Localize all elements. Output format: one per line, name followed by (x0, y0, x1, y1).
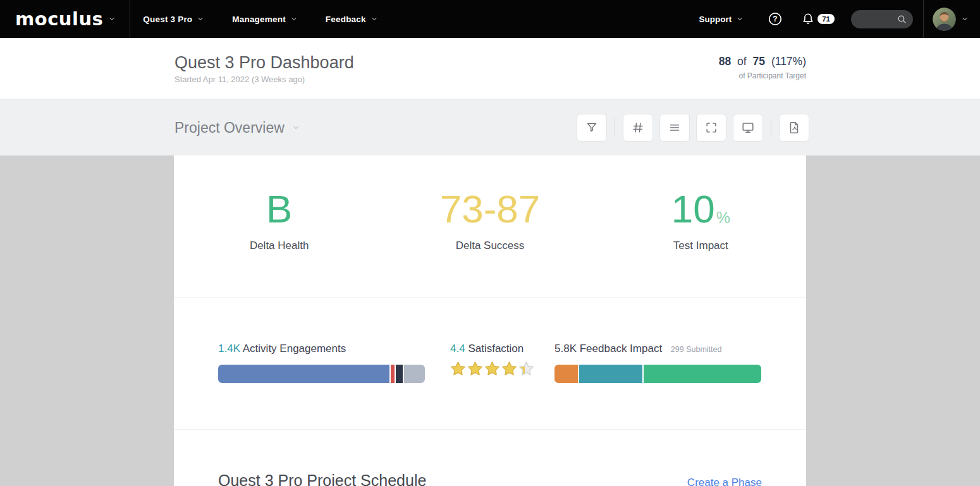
filter-button[interactable] (577, 114, 607, 142)
participant-target: 88 of 75 (117%) of Participant Target (719, 52, 806, 99)
page-title: Quest 3 Pro Dashboard (175, 52, 354, 73)
view-selector-label: Project Overview (175, 119, 285, 137)
avatar (933, 8, 956, 31)
metric-number: 73-87 (440, 187, 541, 231)
content-area: B Delta Health 73-87 Delta Success 10 % … (0, 155, 980, 486)
support-menu[interactable]: Support (699, 15, 744, 24)
metric-delta-success: 73-87 Delta Success (384, 187, 595, 297)
metric-value: 73-87 (440, 187, 541, 231)
kpi-value: 5.8K (554, 343, 577, 355)
target-percent: (117%) (771, 55, 806, 68)
kpi-label: 1.4K Activity Engagements (218, 343, 425, 355)
create-phase-link[interactable]: Create a Phase (687, 477, 762, 486)
metric-value: B (266, 187, 292, 231)
kpi-value: 1.4K (218, 343, 240, 355)
feedback-impact-bar (554, 365, 761, 383)
bell-icon (800, 11, 816, 27)
kpi-satisfaction: 4.4 Satisfaction (450, 343, 534, 377)
support-label: Support (699, 15, 732, 24)
nav-item-management[interactable]: Management (232, 15, 298, 24)
navbar-divider (923, 0, 924, 38)
bar-segment-orange (554, 365, 578, 383)
kpi-label-text: Satisfaction (468, 343, 524, 355)
navbar-search (851, 10, 913, 28)
chevron-down-icon (108, 15, 116, 23)
metrics-row: B Delta Health 73-87 Delta Success 10 % … (174, 155, 806, 298)
metric-value: 10 % (671, 187, 730, 231)
help-icon: ? (768, 11, 783, 27)
kpi-label: 5.8K Feedback Impact 299 Submitted (554, 343, 761, 355)
metric-label: Delta Health (174, 240, 384, 252)
brand-logo[interactable]: moculus (15, 8, 116, 30)
fullscreen-button[interactable] (696, 114, 726, 142)
hash-icon (631, 121, 645, 135)
nav-item-quest-3-pro[interactable]: Quest 3 Pro (143, 15, 204, 24)
chevron-down-icon (197, 15, 204, 23)
metric-test-impact: 10 % Test Impact (596, 187, 806, 297)
star-icon (484, 361, 500, 377)
overview-card: B Delta Health 73-87 Delta Success 10 % … (174, 155, 806, 486)
search-icon (897, 14, 907, 25)
list-view-button[interactable] (659, 114, 690, 142)
metric-delta-health: B Delta Health (174, 187, 384, 297)
chevron-down-icon (371, 15, 378, 23)
fullscreen-icon (704, 121, 718, 135)
svg-text:?: ? (773, 15, 778, 23)
notifications-button[interactable]: 71 (800, 11, 835, 27)
metric-label: Test Impact (596, 240, 806, 252)
schedule-heading: Quest 3 Pro Project Schedule (218, 471, 426, 486)
navbar-left: moculus Quest 3 Pro Management Feedback (15, 0, 378, 38)
kpi-label: 4.4 Satisfaction (450, 343, 534, 355)
brand-logo-text: moculus (15, 8, 103, 30)
metric-number: 10 (671, 187, 715, 231)
satisfaction-stars (450, 361, 534, 377)
bar-segment-green (644, 365, 761, 383)
view-selector[interactable]: Project Overview (175, 119, 300, 137)
participant-target-line: 88 of 75 (117%) (719, 55, 806, 68)
menu-icon (668, 121, 682, 135)
toolbar-divider (771, 118, 771, 137)
kpi-label-text: Activity Engagements (243, 343, 346, 355)
metric-number: B (266, 187, 292, 231)
filter-icon (585, 121, 599, 135)
chevron-down-icon (290, 15, 298, 23)
top-navbar: moculus Quest 3 Pro Management Feedback … (0, 0, 980, 38)
kpi-note: 299 Submitted (671, 345, 722, 354)
toolbar-buttons (577, 114, 809, 142)
chevron-down-icon (292, 124, 300, 131)
page-header-left: Quest 3 Pro Dashboard Started Apr 11, 20… (175, 52, 354, 99)
chevron-down-icon (961, 15, 969, 23)
nav-item-label: Quest 3 Pro (143, 15, 192, 24)
target-current: 88 (719, 55, 731, 68)
page-header: Quest 3 Pro Dashboard Started Apr 11, 20… (0, 38, 980, 99)
monitor-icon (741, 121, 755, 135)
page-subtitle: Started Apr 11, 2022 (3 Weeks ago) (175, 75, 354, 84)
kpi-row: 1.4K Activity Engagements 4.4 Satisfacti… (174, 298, 806, 430)
help-button[interactable]: ? (768, 11, 783, 27)
main-nav: Quest 3 Pro Management Feedback (143, 15, 377, 24)
toolbar-divider (615, 118, 615, 137)
nav-item-feedback[interactable]: Feedback (326, 15, 378, 24)
metric-suffix: % (716, 204, 730, 231)
navbar-right: Support ? 71 (699, 0, 969, 38)
bar-segment-dark (396, 365, 403, 383)
star-icon (501, 361, 517, 377)
export-pdf-button[interactable] (779, 114, 809, 142)
display-button[interactable] (733, 114, 763, 142)
bar-segment-muted (404, 365, 425, 383)
kpi-label-text: Feedback Impact (580, 343, 662, 355)
nav-item-label: Management (232, 15, 286, 24)
target-goal: 75 (753, 55, 765, 68)
bar-segment-primary (218, 365, 389, 383)
star-icon (450, 361, 466, 377)
target-of: of (737, 55, 747, 68)
numbers-button[interactable] (623, 114, 653, 142)
pdf-file-icon (787, 121, 801, 135)
kpi-feedback-impact: 5.8K Feedback Impact 299 Submitted (554, 343, 761, 383)
star-icon (518, 361, 534, 377)
nav-item-label: Feedback (326, 15, 366, 24)
kpi-value: 4.4 (450, 343, 465, 355)
target-caption: of Participant Target (719, 71, 806, 80)
star-icon (467, 361, 483, 377)
user-menu[interactable] (933, 8, 969, 31)
